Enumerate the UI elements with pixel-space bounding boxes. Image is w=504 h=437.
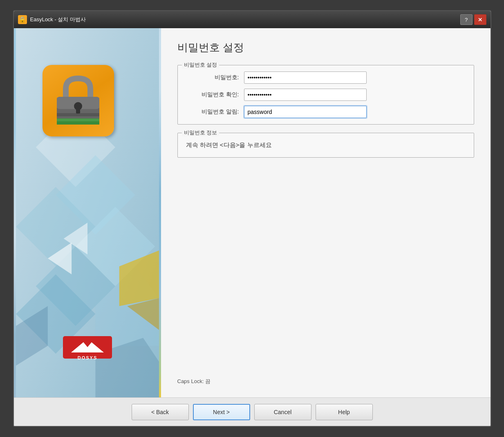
confirm-row: 비밀번호 확인: bbox=[186, 89, 466, 101]
hint-row: 비밀번호 알림: bbox=[186, 106, 466, 118]
info-text: 계속 하려면 <다음>을 누르세요 bbox=[186, 141, 466, 149]
cancel-button[interactable]: Cancel bbox=[254, 404, 311, 420]
sidebar: DOSYS bbox=[14, 28, 161, 397]
svg-rect-16 bbox=[57, 113, 99, 116]
next-button[interactable]: Next > bbox=[193, 404, 250, 420]
help-button[interactable]: Help bbox=[316, 404, 373, 420]
back-button[interactable]: < Back bbox=[132, 404, 189, 420]
footer: < Back Next > Cancel Help bbox=[14, 397, 491, 426]
password-label: 비밀번호: bbox=[186, 74, 239, 81]
info-section: 비밀번호 정보 계속 하려면 <다음>을 누르세요 bbox=[177, 133, 474, 158]
confirm-label: 비밀번호 확인: bbox=[186, 91, 239, 98]
close-button[interactable]: ✕ bbox=[474, 14, 486, 25]
help-icon-button[interactable]: ? bbox=[460, 14, 473, 25]
password-section: 비밀번호 설정 비밀번호: 비밀번호 확인: 비밀번호 알림: bbox=[177, 65, 474, 125]
lock-icon bbox=[43, 65, 114, 136]
titlebar-buttons: ? ✕ bbox=[460, 14, 486, 25]
window-title: EasyLock - 설치 마법사 bbox=[30, 16, 460, 23]
hint-input[interactable] bbox=[244, 106, 367, 118]
lock-svg bbox=[54, 74, 103, 127]
app-icon: 🔒 bbox=[18, 15, 27, 24]
password-section-label: 비밀번호 설정 bbox=[182, 61, 220, 69]
titlebar: 🔒 EasyLock - 설치 마법사 ? ✕ bbox=[14, 11, 491, 28]
password-input[interactable] bbox=[244, 71, 367, 84]
password-row: 비밀번호: bbox=[186, 71, 466, 84]
brand-logo: DOSYS bbox=[59, 334, 116, 367]
info-section-label: 비밀번호 정보 bbox=[182, 129, 220, 136]
brand-logo-svg: DOSYS bbox=[61, 334, 114, 363]
svg-rect-21 bbox=[76, 108, 80, 114]
confirm-input[interactable] bbox=[244, 89, 367, 101]
right-panel: 비밀번호 설정 비밀번호 설정 비밀번호: 비밀번호 확인: 비밀번호 알림: bbox=[161, 28, 491, 397]
svg-text:DOSYS: DOSYS bbox=[77, 355, 97, 360]
hint-label: 비밀번호 알림: bbox=[186, 108, 239, 116]
caps-lock-status: Caps Lock: 끔 bbox=[177, 370, 474, 385]
svg-rect-19 bbox=[57, 121, 99, 125]
main-content: DOSYS 비밀번호 설정 비밀번호 설정 비밀번호: 비밀번호 확인: 비밀 bbox=[14, 28, 491, 397]
page-title: 비밀번호 설정 bbox=[177, 40, 474, 55]
main-window: 🔒 EasyLock - 설치 마법사 ? ✕ bbox=[13, 10, 491, 427]
